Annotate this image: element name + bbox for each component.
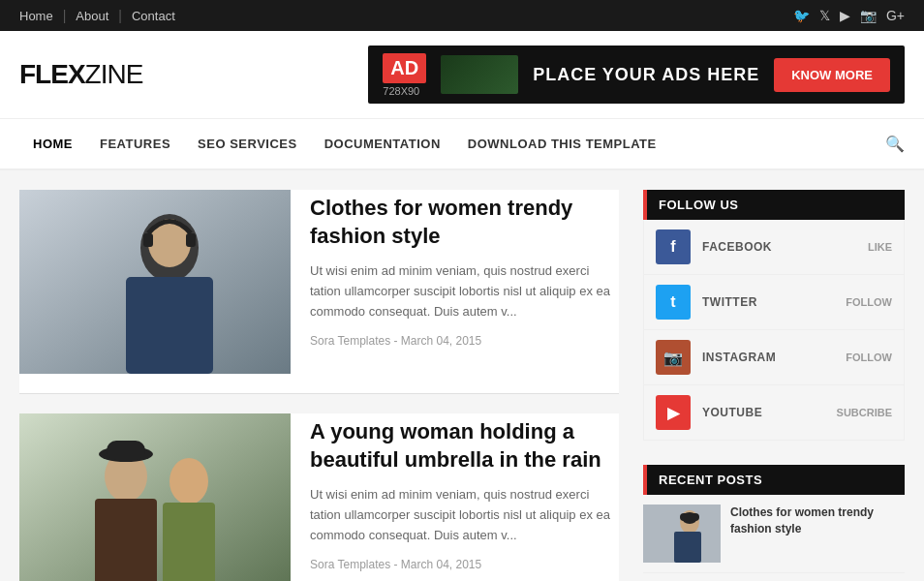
article-2-meta: Sora Templates - March 04, 2015	[310, 558, 619, 571]
svg-point-13	[169, 458, 208, 505]
ad-size: 728X90	[383, 85, 426, 97]
nav-link-home[interactable]: HOME	[19, 121, 86, 167]
follow-us-heading: FOLLOW US	[643, 190, 905, 220]
article-1-meta: Sora Templates - March 04, 2015	[310, 334, 619, 348]
nav-home[interactable]: Home	[19, 9, 63, 23]
article-2-excerpt: Ut wisi enim ad minim veniam, quis nostr…	[310, 485, 619, 545]
nav-link-download[interactable]: DOWNLOAD THIS TEMPLATE	[454, 121, 670, 167]
svg-rect-6	[186, 233, 196, 247]
article-1: Clothes for women trendy fashion style U…	[19, 190, 619, 394]
recent-post-1[interactable]: Clothes for women trendy fashion style	[643, 495, 905, 573]
svg-rect-3	[126, 277, 213, 374]
article-1-photo	[19, 190, 291, 374]
instagram-icon: 📷	[656, 340, 691, 375]
instagram-icon[interactable]: 📷	[860, 8, 877, 23]
svg-rect-12	[107, 441, 145, 460]
recent-post-1-title: Clothes for women trendy fashion style	[730, 505, 905, 563]
recent-posts-section: RECENT POSTS Clothes for women trendy fa…	[643, 465, 905, 581]
top-social-icons: 🐦 𝕏 ▶ 📷 G+	[793, 8, 905, 23]
follow-us-section: FOLLOW US f FACEBOOK LIKE t TWITTER FOLL…	[643, 190, 905, 441]
twitter-icon[interactable]: 𝕏	[819, 8, 830, 23]
article-1-image	[19, 190, 291, 374]
svg-rect-19	[680, 513, 699, 521]
logo-bold: FLEX	[19, 59, 85, 89]
article-1-excerpt: Ut wisi enim ad minim veniam, quis nostr…	[310, 261, 619, 321]
content-wrapper: Clothes for women trendy fashion style U…	[0, 170, 924, 581]
site-logo: FLEXZINE	[19, 59, 142, 90]
nav-link-features[interactable]: FEATURES	[86, 121, 184, 167]
svg-rect-5	[143, 233, 153, 247]
ad-banner: AD 728X90 PLACE YOUR ADS HERE KNOW MORE	[368, 46, 905, 104]
article-2-title[interactable]: A young woman holding a beautiful umbrel…	[310, 418, 619, 474]
facebook-icon[interactable]: 🐦	[793, 8, 810, 23]
ad-label-box: AD 728X90	[383, 53, 426, 97]
youtube-icon[interactable]: ▶	[840, 8, 850, 23]
social-items-list: f FACEBOOK LIKE t TWITTER FOLLOW 📷 INSTA…	[643, 220, 905, 441]
ad-text: PLACE YOUR ADS HERE	[533, 65, 759, 85]
ad-cta-button[interactable]: KNOW MORE	[774, 58, 890, 92]
instagram-action: FOLLOW	[846, 352, 892, 363]
article-1-title[interactable]: Clothes for women trendy fashion style	[310, 195, 619, 250]
instagram-label: INSTAGRAM	[702, 351, 846, 364]
facebook-label: FACEBOOK	[702, 240, 868, 254]
recent-posts-heading: RECENT POSTS	[643, 465, 905, 495]
social-twitter[interactable]: t TWITTER FOLLOW	[644, 275, 904, 330]
facebook-action: LIKE	[868, 241, 892, 253]
youtube-icon: ▶	[656, 395, 691, 430]
googleplus-icon[interactable]: G+	[886, 8, 905, 23]
top-navigation: Home | About | Contact	[19, 8, 185, 23]
main-nav-links: HOME FEATURES SEO SERVICES DOCUMENTATION…	[19, 121, 670, 167]
ad-background-image	[441, 55, 518, 94]
article-2-body: A young woman holding a beautiful umbrel…	[310, 413, 619, 581]
main-content: Clothes for women trendy fashion style U…	[19, 190, 619, 581]
nav-link-docs[interactable]: DOCUMENTATION	[311, 121, 454, 167]
svg-rect-14	[163, 503, 215, 581]
logo-light: ZINE	[85, 59, 143, 89]
nav-contact[interactable]: Contact	[122, 9, 185, 23]
top-bar: Home | About | Contact 🐦 𝕏 ▶ 📷 G+	[0, 0, 924, 31]
article-2-image	[19, 413, 291, 581]
youtube-action: SUBCRIBE	[837, 407, 892, 418]
main-navigation: HOME FEATURES SEO SERVICES DOCUMENTATION…	[0, 119, 924, 170]
twitter-label: TWITTER	[702, 295, 846, 309]
article-2-photo	[19, 413, 291, 581]
site-header: FLEXZINE AD 728X90 PLACE YOUR ADS HERE K…	[0, 31, 924, 119]
social-instagram[interactable]: 📷 INSTAGRAM FOLLOW	[644, 330, 904, 385]
search-icon[interactable]: 🔍	[885, 119, 905, 168]
svg-rect-17	[674, 532, 701, 563]
facebook-icon: f	[656, 229, 691, 264]
nav-link-seo[interactable]: SEO SERVICES	[184, 121, 311, 167]
twitter-icon: t	[656, 285, 691, 320]
svg-rect-10	[95, 499, 157, 581]
recent-thumb-image-1	[643, 505, 721, 563]
youtube-label: YOUTUBE	[702, 406, 837, 419]
twitter-action: FOLLOW	[846, 296, 892, 308]
ad-label: AD	[383, 53, 426, 83]
nav-about[interactable]: About	[66, 9, 118, 23]
social-youtube[interactable]: ▶ YOUTUBE SUBCRIBE	[644, 385, 904, 440]
article-1-body: Clothes for women trendy fashion style U…	[310, 190, 619, 374]
social-facebook[interactable]: f FACEBOOK LIKE	[644, 220, 904, 275]
sidebar: FOLLOW US f FACEBOOK LIKE t TWITTER FOLL…	[643, 190, 905, 581]
recent-post-1-thumb	[643, 505, 721, 563]
article-2: A young woman holding a beautiful umbrel…	[19, 413, 619, 581]
recent-post-2[interactable]: A young woman holding a	[643, 573, 905, 581]
